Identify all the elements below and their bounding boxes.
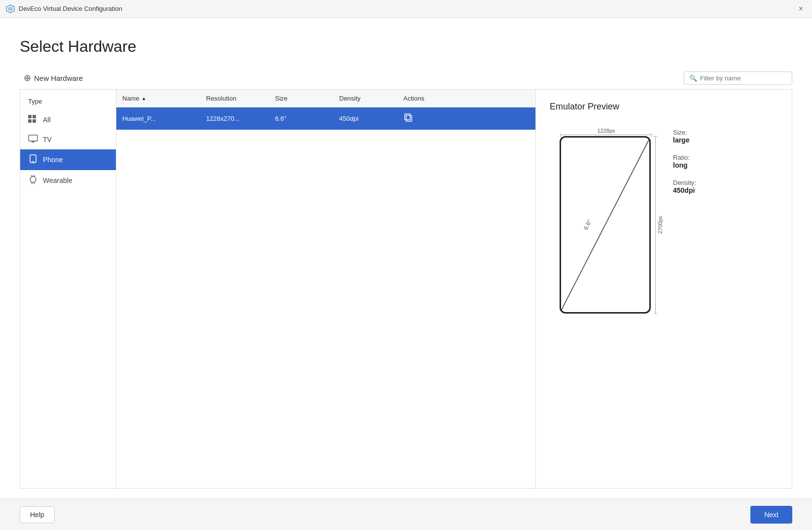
tv-icon bbox=[28, 135, 38, 144]
ratio-spec-value: long bbox=[673, 161, 696, 169]
sidebar-item-all[interactable]: All bbox=[20, 110, 116, 130]
spec-ratio: Ratio: long bbox=[673, 154, 696, 169]
col-name-label: Name bbox=[122, 95, 140, 102]
phone-icon bbox=[28, 154, 38, 165]
cell-density: 450dpi bbox=[333, 110, 397, 127]
main-content: Select Hardware ⊕ New Hardware 🔍 Type bbox=[0, 18, 812, 498]
svg-rect-15 bbox=[405, 114, 410, 120]
page-title: Select Hardware bbox=[20, 37, 792, 56]
svg-rect-5 bbox=[33, 119, 36, 123]
specs: Size: large Ratio: long Density: 450dpi bbox=[673, 129, 696, 194]
svg-rect-2 bbox=[28, 115, 32, 118]
col-actions-label: Actions bbox=[403, 95, 424, 102]
cell-size: 6.6" bbox=[269, 110, 333, 127]
title-bar-left: DevEco Virtual Device Configuration bbox=[6, 4, 122, 13]
height-label: 2700px bbox=[657, 216, 663, 234]
title-bar: DevEco Virtual Device Configuration × bbox=[0, 0, 812, 18]
help-button[interactable]: Help bbox=[20, 506, 55, 523]
col-header-actions: Actions bbox=[397, 90, 535, 107]
preview-title: Emulator Preview bbox=[550, 102, 778, 112]
search-icon: 🔍 bbox=[689, 74, 697, 82]
svg-line-16 bbox=[561, 139, 649, 311]
new-hardware-label: New Hardware bbox=[34, 74, 83, 82]
svg-rect-6 bbox=[29, 135, 37, 141]
wearable-label: Wearable bbox=[43, 177, 72, 184]
bottom-bar: Help Next bbox=[0, 498, 812, 530]
svg-rect-4 bbox=[28, 119, 32, 123]
cell-resolution: 1228x270... bbox=[200, 110, 269, 127]
size-spec-label: Size: bbox=[673, 129, 696, 136]
col-header-size[interactable]: Size bbox=[269, 90, 333, 107]
sidebar-item-wearable[interactable]: Wearable bbox=[20, 170, 116, 191]
all-label: All bbox=[43, 116, 51, 124]
col-density-label: Density bbox=[339, 95, 360, 102]
col-header-resolution[interactable]: Resolution bbox=[200, 90, 269, 107]
search-input[interactable] bbox=[700, 74, 787, 82]
svg-marker-1 bbox=[8, 6, 13, 11]
window-title: DevEco Virtual Device Configuration bbox=[19, 5, 122, 12]
density-spec-label: Density: bbox=[673, 179, 696, 186]
sidebar-item-phone[interactable]: Phone bbox=[20, 149, 116, 170]
table-area: Name ▲ Resolution Size Density Actions bbox=[116, 89, 536, 489]
density-spec-value: 450dpi bbox=[673, 186, 696, 194]
width-label: 1228px bbox=[597, 128, 615, 134]
col-header-density[interactable]: Density bbox=[333, 90, 397, 107]
spec-size: Size: large bbox=[673, 129, 696, 144]
wearable-icon bbox=[28, 175, 38, 186]
sort-asc-icon: ▲ bbox=[141, 96, 146, 101]
sidebar: Type All bbox=[20, 89, 116, 489]
table-header: Name ▲ Resolution Size Density Actions bbox=[116, 90, 535, 107]
col-resolution-label: Resolution bbox=[206, 95, 236, 102]
cell-actions bbox=[397, 107, 535, 130]
body-layout: Type All bbox=[20, 89, 792, 489]
cell-name: Huawei_P... bbox=[116, 110, 200, 127]
phone-frame: 6.6" bbox=[560, 136, 651, 314]
col-header-name[interactable]: Name ▲ bbox=[116, 90, 200, 107]
svg-rect-14 bbox=[406, 115, 412, 121]
col-size-label: Size bbox=[275, 95, 287, 102]
phone-container: 1228px 6.6" bbox=[550, 124, 658, 314]
ratio-spec-label: Ratio: bbox=[673, 154, 696, 161]
new-hardware-button[interactable]: ⊕ New Hardware bbox=[20, 71, 87, 85]
sidebar-item-tv[interactable]: TV bbox=[20, 130, 116, 149]
search-box: 🔍 bbox=[684, 71, 792, 85]
svg-rect-13 bbox=[32, 182, 35, 184]
preview-panel: Emulator Preview 1228px bbox=[536, 89, 792, 489]
tv-label: TV bbox=[43, 136, 52, 143]
app-icon bbox=[6, 4, 15, 13]
size-spec-value: large bbox=[673, 136, 696, 144]
svg-rect-12 bbox=[32, 175, 35, 177]
next-button[interactable]: Next bbox=[750, 506, 792, 524]
svg-point-11 bbox=[30, 177, 36, 182]
svg-rect-3 bbox=[33, 115, 36, 118]
all-icon bbox=[28, 115, 38, 125]
sidebar-type-label: Type bbox=[20, 95, 116, 110]
close-button[interactable]: × bbox=[796, 2, 806, 15]
phone-label: Phone bbox=[43, 156, 63, 164]
copy-icon[interactable] bbox=[403, 112, 414, 125]
toolbar: ⊕ New Hardware 🔍 bbox=[20, 71, 792, 85]
plus-circle-icon: ⊕ bbox=[24, 72, 31, 83]
spec-density: Density: 450dpi bbox=[673, 179, 696, 194]
preview-body: 1228px 6.6" bbox=[550, 124, 778, 314]
table-row[interactable]: Huawei_P... 1228x270... 6.6" 450dpi bbox=[116, 107, 535, 130]
